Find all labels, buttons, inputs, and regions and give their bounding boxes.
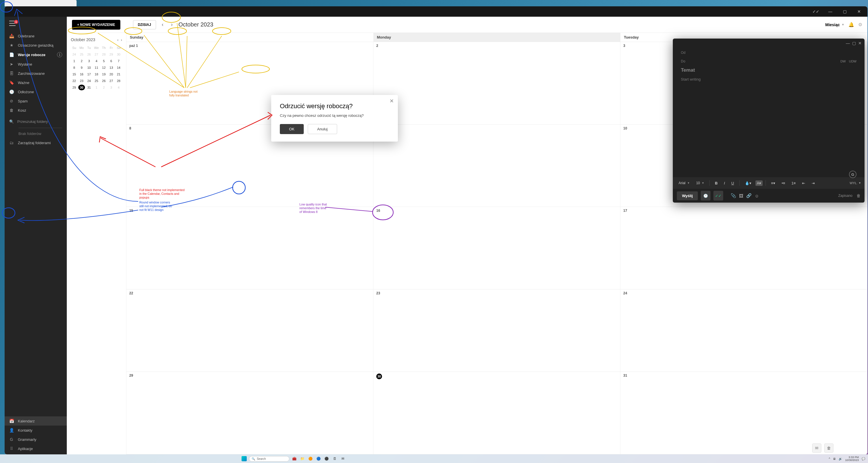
modal-cancel-button[interactable]: Anuluj [308, 124, 337, 134]
mini-daycell[interactable]: 30 [78, 85, 85, 90]
mini-daycell[interactable]: 12 [100, 65, 107, 70]
bold-icon[interactable]: B [713, 180, 720, 187]
mini-daycell[interactable]: 15 [71, 71, 78, 77]
mini-daycell[interactable]: 6 [108, 58, 115, 64]
compose-minimize-icon[interactable]: — [846, 41, 850, 45]
mini-daycell[interactable]: 24 [86, 78, 92, 84]
mini-daycell[interactable]: 17 [86, 71, 92, 77]
day-cell[interactable]: 2 [373, 42, 620, 124]
float-mail-icon[interactable]: ✉ [812, 443, 822, 453]
tray-volume-icon[interactable]: 🔊 [839, 457, 842, 460]
mini-daycell[interactable]: 4 [93, 58, 100, 64]
today-button[interactable]: DZISIAJ [133, 20, 156, 29]
mini-prev-icon[interactable]: ‹ [117, 38, 118, 42]
mini-next-icon[interactable]: › [121, 38, 122, 42]
view-selector[interactable]: Miesiąc ▼ [826, 23, 845, 27]
bullet-list-icon[interactable]: •≡ [779, 180, 787, 187]
sidebar-item[interactable]: 📄Wersje robocze1 [5, 50, 67, 60]
start-button[interactable] [242, 456, 247, 461]
modal-close-icon[interactable]: ✕ [390, 98, 394, 104]
mini-daycell[interactable]: 21 [115, 71, 122, 77]
mini-daycell[interactable]: 23 [78, 78, 85, 84]
taskbar-app-3[interactable]: 🟠 [308, 456, 313, 462]
discard-icon[interactable]: 🗑 [857, 193, 861, 198]
sidebar-footer-item[interactable]: GGrammarly [5, 435, 67, 444]
mini-daycell[interactable]: 25 [78, 52, 85, 57]
schedule-send-icon[interactable]: 🕐 [701, 191, 711, 201]
emoji-icon[interactable]: ☺ [754, 193, 759, 198]
tray-notifications-icon[interactable]: 💬 [862, 457, 865, 460]
mini-daycell[interactable]: 3 [86, 58, 92, 64]
mini-daycell[interactable]: 31 [86, 85, 92, 90]
window-maximize-icon[interactable]: ▢ [838, 7, 851, 16]
day-cell[interactable]: 16 [373, 207, 620, 289]
taskbar-app-4[interactable]: 🔵 [316, 456, 321, 462]
align-icon[interactable]: ≡▾ [769, 180, 778, 187]
attach-icon[interactable]: 📎 [731, 193, 736, 198]
format-off[interactable]: WYŁ. ▼ [849, 181, 861, 185]
window-close-icon[interactable]: ✕ [852, 7, 866, 16]
mini-daycell[interactable]: 2 [100, 85, 107, 90]
font-select[interactable]: Arial▼ [676, 180, 692, 186]
highlight-icon[interactable]: A▾ [755, 180, 763, 186]
body-placeholder[interactable]: Start writing [681, 77, 857, 81]
number-list-icon[interactable]: 1≡ [789, 180, 798, 187]
new-event-button[interactable]: + NOWE WYDARZENIE [72, 20, 120, 30]
underline-icon[interactable]: U [729, 180, 736, 187]
compose-maximize-icon[interactable]: ▢ [852, 41, 856, 45]
mini-daycell[interactable]: 7 [115, 58, 122, 64]
bcc-button[interactable]: UDW [849, 60, 857, 63]
day-cell[interactable]: 30 [373, 372, 620, 454]
prev-month-button[interactable]: ‹ [160, 21, 165, 29]
text-color-icon[interactable]: 💧▾ [742, 180, 754, 187]
day-cell[interactable]: 24 [620, 290, 867, 372]
hamburger-button[interactable]: 1 [5, 17, 67, 30]
mini-daycell[interactable]: 13 [108, 65, 115, 70]
mini-daycell[interactable]: 25 [93, 78, 100, 84]
sidebar-footer-item[interactable]: 👤Kontakty [5, 426, 67, 435]
modal-ok-button[interactable]: OK [280, 124, 304, 134]
mini-daycell[interactable]: 29 [71, 85, 78, 90]
day-cell[interactable]: 15 [126, 207, 373, 289]
mini-daycell[interactable]: 29 [108, 52, 115, 57]
titlebar-check-icon[interactable]: ✓✓ [809, 7, 823, 16]
next-month-button[interactable]: › [169, 21, 175, 29]
mini-daycell[interactable]: 14 [115, 65, 122, 70]
grammarly-icon[interactable]: G [849, 171, 857, 178]
fontsize-select[interactable]: 10▼ [694, 180, 707, 186]
tray-clock[interactable]: 3:33 PM 10/30/2023 [845, 456, 859, 462]
taskbar-app-6[interactable]: 🗓 [332, 456, 338, 462]
mini-daycell[interactable]: 3 [108, 85, 115, 90]
mini-daycell[interactable]: 27 [108, 78, 115, 84]
tray-network-icon[interactable]: 🖥 [833, 457, 836, 460]
mini-daycell[interactable]: 27 [93, 52, 100, 57]
gear-icon[interactable]: ⚙ [858, 22, 862, 27]
compose-close-icon[interactable]: ✕ [858, 41, 862, 45]
indent-icon[interactable]: ⇥ [809, 180, 817, 187]
sidebar-search[interactable]: 🔍 Przeszukaj foldery [5, 117, 67, 127]
italic-icon[interactable]: I [722, 180, 727, 187]
taskbar-app-2[interactable]: 📁 [300, 456, 306, 462]
mini-daycell[interactable]: 1 [71, 58, 78, 64]
mini-daycell[interactable]: 26 [86, 52, 92, 57]
mini-daycell[interactable]: 2 [78, 58, 85, 64]
sidebar-item[interactable]: 🕓Odłożone [5, 87, 67, 96]
mini-daycell[interactable]: 28 [100, 52, 107, 57]
taskbar-app-7[interactable]: ✉ [340, 456, 346, 462]
mini-daycell[interactable]: 28 [115, 78, 122, 84]
day-cell[interactable]: 23 [373, 290, 620, 372]
mini-daycell[interactable]: 8 [71, 65, 78, 70]
mini-daycell[interactable]: 10 [86, 65, 92, 70]
link-icon[interactable]: 🔗 [746, 193, 752, 198]
taskbar-search[interactable]: 🔍 Search [249, 456, 289, 462]
sidebar-manage-folders[interactable]: 🗂 Zarządzaj folderami [5, 138, 67, 147]
day-cell[interactable]: 31 [620, 372, 867, 454]
day-cell[interactable]: 9 [373, 125, 620, 207]
mini-daycell[interactable]: 26 [100, 78, 107, 84]
sidebar-item[interactable]: 🗄Zarchiwizowane [5, 69, 67, 78]
sidebar-footer-item[interactable]: ⠿Aplikacje [5, 444, 67, 453]
day-cell[interactable]: 29 [126, 372, 373, 454]
subject-placeholder[interactable]: Temat [681, 67, 857, 73]
outdent-icon[interactable]: ⇤ [800, 180, 808, 187]
send-button[interactable]: Wyślij [677, 191, 698, 200]
